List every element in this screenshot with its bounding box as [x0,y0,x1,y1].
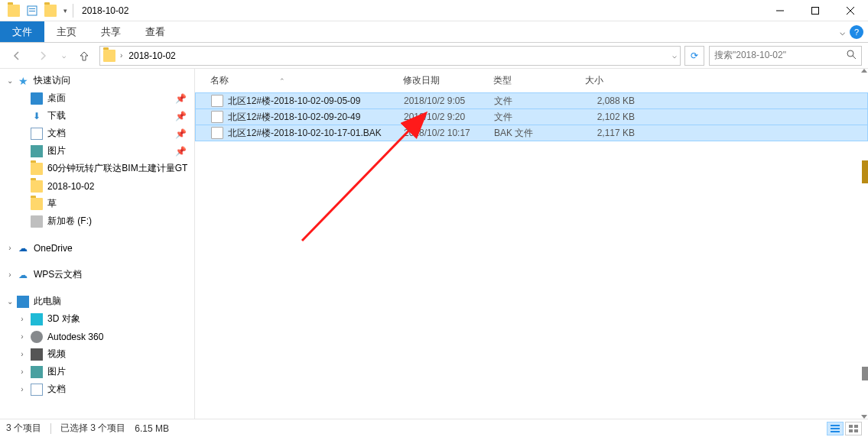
qat-folder-icon[interactable] [41,2,60,19]
column-label: 名称 [210,74,229,87]
status-item-count: 3 个项目 [6,422,41,435]
file-size: 2,088 KB [580,95,641,106]
sidebar-item-autodesk[interactable]: ›Autodesk 360 [0,328,194,345]
address-dropdown-icon[interactable]: ⌵ [672,51,677,60]
chevron-right-icon[interactable]: › [120,51,122,60]
search-placeholder: 搜索"2018-10-02" [714,49,786,62]
sidebar-item-folder[interactable]: 60分钟玩转广联达BIM土建计量GT [0,160,194,177]
chevron-down-icon[interactable]: ⌄ [6,76,14,85]
sidebar-item-3d-objects[interactable]: ›3D 对象 [0,310,194,328]
table-row[interactable]: 北区12#楼-2018-10-02-09-05-09 2018/10/2 9:0… [195,92,868,109]
column-type[interactable]: 类型 [487,74,579,87]
tab-home[interactable]: 主页 [44,21,89,42]
recent-dropdown-icon[interactable]: ⌵ [58,46,69,66]
address-bar[interactable]: › 2018-10-02 ⌵ [99,46,681,66]
icons-view-button[interactable] [845,422,862,435]
navigation-pane: ⌄ ★ 快速访问 桌面📌 ⬇下载📌 文档📌 图片📌 60分钟玩转广联达BIM土建… [0,69,195,419]
title-bar: ▾ 2018-10-02 [0,0,868,21]
sidebar-item-documents[interactable]: 文档📌 [0,125,194,142]
tab-share[interactable]: 共享 [89,21,133,42]
svg-rect-13 [849,425,853,428]
pin-icon: 📌 [175,111,187,121]
folder-icon [31,198,43,210]
sidebar-item-pictures[interactable]: 图片📌 [0,142,194,160]
window-controls [762,0,868,21]
column-date[interactable]: 修改日期 [397,74,487,87]
sidebar-item-label: 60分钟玩转广联达BIM土建计量GT [47,162,187,175]
properties-icon[interactable] [23,2,41,19]
file-name: 北区12#楼-2018-10-02-10-17-01.BAK [228,127,382,140]
cropped-window-edge [862,160,868,183]
sidebar-item-this-pc[interactable]: ⌄此电脑 [0,293,194,310]
ribbon-collapse-icon[interactable]: ⌵ [840,27,845,37]
sidebar-item-label: 图片 [47,144,66,157]
column-name[interactable]: 名称⌃ [204,74,397,87]
quick-access-toolbar: ▾ [0,2,76,19]
file-type: BAK 文件 [488,127,580,140]
details-view-button[interactable] [827,422,844,435]
breadcrumb[interactable]: 2018-10-02 [127,50,177,61]
download-icon: ⬇ [31,110,43,122]
sidebar-item-quick-access[interactable]: ⌄ ★ 快速访问 [0,72,194,89]
back-button[interactable] [6,46,28,66]
svg-rect-14 [854,425,858,428]
sidebar-item-label: 桌面 [47,92,66,105]
table-row[interactable]: 北区12#楼-2018-10-02-09-20-49 2018/10/2 9:2… [195,108,868,125]
sidebar-item-folder[interactable]: 草 [0,195,194,212]
sidebar-item-label: 此电脑 [34,295,61,308]
sidebar-item-label: OneDrive [34,243,73,254]
close-button[interactable] [833,0,868,21]
pc-icon [17,296,29,308]
sidebar-item-label: 2018-10-02 [47,181,94,192]
folder-icon [31,163,43,175]
folder-icon [103,50,115,62]
chevron-down-icon[interactable]: ⌄ [6,297,14,306]
sidebar-item-wps[interactable]: ›☁WPS云文档 [0,266,194,283]
drive-icon [31,215,43,228]
maximize-button[interactable] [798,0,833,21]
sidebar-item-label: 快速访问 [34,74,70,87]
chevron-right-icon[interactable]: › [6,244,14,252]
sidebar-item-videos[interactable]: ›视频 [0,345,194,363]
chevron-right-icon[interactable]: › [6,270,14,279]
folder-icon [5,2,23,19]
sidebar-item-documents-pc[interactable]: ›文档 [0,380,194,398]
sidebar-item-pictures-pc[interactable]: ›图片 [0,363,194,380]
chevron-right-icon[interactable]: › [18,367,26,376]
sidebar-item-folder[interactable]: 2018-10-02 [0,177,194,195]
column-headers: 名称⌃ 修改日期 类型 大小 [195,69,868,93]
svg-rect-16 [854,429,858,432]
tab-view[interactable]: 查看 [133,21,177,42]
up-button[interactable] [73,46,95,66]
autodesk-icon [31,331,43,343]
sort-asc-icon: ⌃ [279,77,285,85]
file-name: 北区12#楼-2018-10-02-09-20-49 [228,111,360,124]
search-icon [846,49,857,62]
column-size[interactable]: 大小 [579,74,640,87]
help-icon[interactable]: ? [850,25,863,39]
table-row[interactable]: 北区12#楼-2018-10-02-10-17-01.BAK 2018/10/2… [195,125,868,141]
sidebar-item-label: 图片 [47,365,66,378]
chevron-right-icon[interactable]: › [18,350,26,358]
chevron-right-icon[interactable]: › [18,385,26,393]
sidebar-item-downloads[interactable]: ⬇下载📌 [0,107,194,125]
sidebar-item-onedrive[interactable]: ›☁OneDrive [0,239,194,257]
tab-file[interactable]: 文件 [0,21,44,42]
chevron-right-icon[interactable]: › [18,315,26,323]
sidebar-item-drive[interactable]: 新加卷 (F:) [0,212,194,230]
sidebar-item-label: 视频 [47,348,66,361]
svg-rect-2 [29,11,35,11]
ribbon-tabs: 文件 主页 共享 查看 ⌵ ? [0,21,868,43]
chevron-right-icon[interactable]: › [18,332,26,341]
sidebar-item-desktop[interactable]: 桌面📌 [0,89,194,107]
sidebar-item-label: 3D 对象 [47,312,80,325]
svg-rect-11 [831,428,840,429]
file-size: 2,117 KB [580,128,641,138]
search-input[interactable]: 搜索"2018-10-02" [709,46,862,66]
status-size: 6.15 MB [135,423,169,434]
refresh-button[interactable]: ⟳ [684,46,704,66]
qat-dropdown-icon[interactable]: ▾ [60,2,70,19]
minimize-button[interactable] [762,0,798,21]
cloud-icon: ☁ [17,269,29,281]
forward-button[interactable] [32,46,54,66]
